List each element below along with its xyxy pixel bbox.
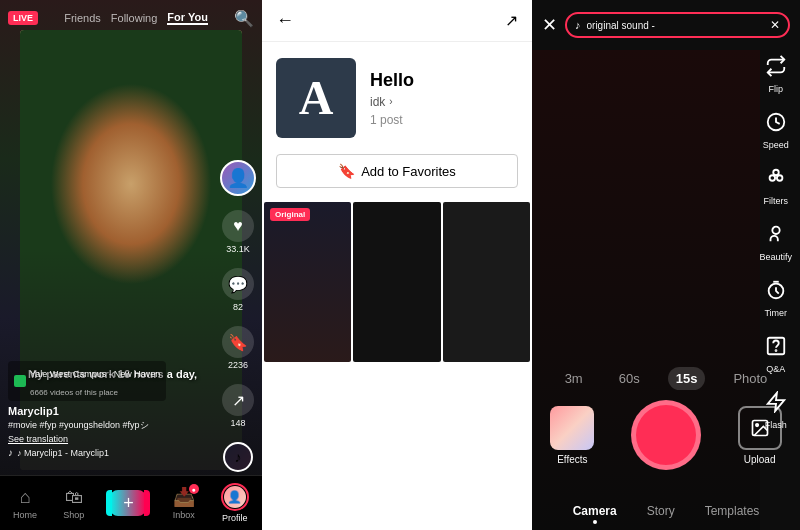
chevron-right-icon: › [389, 96, 392, 107]
feed-sound[interactable]: ♪ ♪ Maryclip1 - Maryclip1 [8, 447, 217, 458]
sound-pill[interactable]: ♪ original sound - ✕ [565, 12, 790, 38]
nav-profile-label: Profile [222, 513, 248, 523]
filters-icon [760, 162, 792, 194]
shop-icon: 🛍 [65, 487, 83, 508]
sound-video-grid: Original [262, 202, 532, 362]
sound-disc[interactable]: ♪ [223, 442, 253, 472]
add-favorites-label: Add to Favorites [361, 164, 456, 179]
beautify-icon [760, 218, 792, 250]
tool-flip[interactable]: Flip [760, 50, 792, 94]
sound-pill-close-icon[interactable]: ✕ [770, 18, 780, 32]
sound-panel: ← ↗ A Hello idk › 1 post 🔖 Add to Favori… [262, 0, 532, 530]
music-note-icon: ♪ [575, 19, 581, 31]
search-icon[interactable]: 🔍 [234, 9, 254, 28]
duration-3m[interactable]: 3m [557, 367, 591, 390]
nav-shop[interactable]: 🛍 Shop [63, 487, 84, 520]
svg-point-2 [777, 175, 783, 181]
nav-profile[interactable]: 👤 Profile [221, 483, 249, 523]
tool-speed[interactable]: Speed [760, 106, 792, 150]
beautify-label: Beautify [759, 252, 792, 262]
sound-video-thumb-2[interactable] [353, 202, 440, 362]
tab-following[interactable]: Following [111, 12, 157, 24]
effects-button[interactable]: Effects [550, 406, 594, 465]
back-button[interactable]: ← [276, 10, 294, 31]
sound-artist[interactable]: idk › [370, 95, 518, 109]
location-name: Yale West Campus · New Haven [30, 369, 160, 379]
tool-beautify[interactable]: Beautify [759, 218, 792, 262]
camera-record-area: Effects Upload [532, 400, 800, 470]
sound-share-button[interactable]: ↗ [505, 11, 518, 30]
sound-title: Hello [370, 70, 518, 91]
inbox-badge: ● [189, 484, 199, 494]
flip-label: Flip [768, 84, 783, 94]
duration-15s[interactable]: 15s [668, 367, 706, 390]
share-action[interactable]: ↗ 148 [222, 384, 254, 428]
share-icon: ↗ [222, 384, 254, 416]
record-button[interactable] [631, 400, 701, 470]
bookmark-count: 2236 [228, 360, 248, 370]
nav-shop-label: Shop [63, 510, 84, 520]
sound-cover-art: A [276, 58, 356, 138]
flip-icon [760, 50, 792, 82]
sound-info: Hello idk › 1 post [370, 70, 518, 127]
original-badge: Original [270, 208, 310, 221]
add-to-favorites-button[interactable]: 🔖 Add to Favorites [276, 154, 518, 188]
avatar[interactable]: 👤 [220, 160, 256, 196]
bookmark-add-icon: 🔖 [338, 163, 355, 179]
speed-label: Speed [763, 140, 789, 150]
like-action[interactable]: ♥ 33.1K [222, 210, 254, 254]
feed-panel: My parents work 16 hours a day, LIVE Fri… [0, 0, 262, 530]
sound-pill-text: original sound - [587, 20, 765, 31]
filters-label: Filters [763, 196, 788, 206]
feed-right-actions: 👤 ♥ 33.1K 💬 82 🔖 2236 ↗ 148 ♪ [220, 160, 256, 472]
nav-create[interactable]: + [110, 490, 146, 516]
sound-video-thumb-3[interactable] [443, 202, 530, 362]
feed-nav-tabs: Friends Following For You [64, 11, 208, 25]
feed-username[interactable]: Maryclip1 [8, 405, 217, 417]
sound-hero: A Hello idk › 1 post [262, 42, 532, 154]
music-note-icon: ♪ [8, 447, 13, 458]
location-sub: 6666 videos of this place [30, 388, 118, 397]
heart-icon: ♥ [222, 210, 254, 242]
create-plus-icon: + [110, 490, 146, 516]
tab-story[interactable]: Story [647, 504, 675, 524]
location-dot-icon [14, 375, 26, 387]
tab-friends[interactable]: Friends [64, 12, 101, 24]
tab-camera[interactable]: Camera [573, 504, 617, 524]
nav-home-label: Home [13, 510, 37, 520]
home-icon: ⌂ [20, 487, 31, 508]
feed-sound-text: ♪ Maryclip1 - Maryclip1 [17, 448, 109, 458]
svg-point-4 [772, 227, 779, 234]
upload-label: Upload [744, 454, 776, 465]
live-badge[interactable]: LIVE [8, 11, 38, 25]
svg-point-10 [755, 423, 758, 426]
tool-filters[interactable]: Filters [760, 162, 792, 206]
camera-close-button[interactable]: ✕ [542, 14, 557, 36]
camera-panel: ✕ ♪ original sound - ✕ Flip [532, 0, 800, 530]
tab-for-you[interactable]: For You [167, 11, 208, 25]
location-badge[interactable]: Yale West Campus · New Haven 6666 videos… [8, 361, 166, 401]
tab-templates[interactable]: Templates [705, 504, 760, 524]
tool-timer[interactable]: Timer [760, 274, 792, 318]
nav-home[interactable]: ⌂ Home [13, 487, 37, 520]
bottom-nav: ⌂ Home 🛍 Shop + 📥 ● Inbox 👤 Profile [0, 475, 262, 530]
sound-cover-letter: A [299, 74, 334, 122]
upload-button[interactable]: Upload [738, 406, 782, 465]
sound-artist-name: idk [370, 95, 385, 109]
comment-action[interactable]: 💬 82 [222, 268, 254, 312]
feed-left-info: Yale West Campus · New Haven 6666 videos… [8, 361, 217, 458]
timer-label: Timer [764, 308, 787, 318]
comment-count: 82 [233, 302, 243, 312]
duration-60s[interactable]: 60s [611, 367, 648, 390]
profile-icon-wrapper: 👤 [221, 483, 249, 511]
see-translation-link[interactable]: See translation [8, 434, 217, 444]
bookmark-action[interactable]: 🔖 2236 [222, 326, 254, 370]
sound-video-thumb-1[interactable]: Original [264, 202, 351, 362]
camera-bottom-tabs: Camera Story Templates [532, 504, 800, 524]
profile-icon: 👤 [224, 486, 246, 508]
nav-inbox[interactable]: 📥 ● Inbox [173, 486, 195, 520]
bookmark-icon: 🔖 [222, 326, 254, 358]
svg-point-1 [769, 175, 775, 181]
duration-photo[interactable]: Photo [725, 367, 775, 390]
svg-point-7 [775, 350, 776, 351]
